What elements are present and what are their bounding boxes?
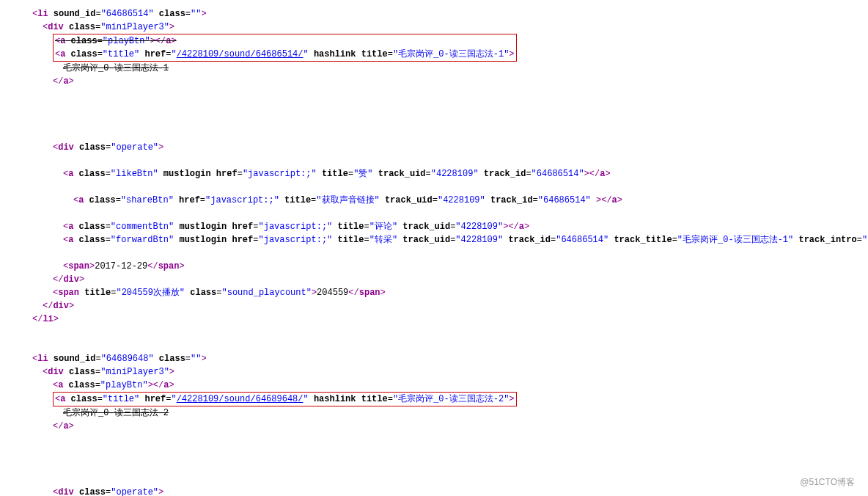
code-line: <span title="204559次播放" class="sound_pla… <box>12 286 856 299</box>
code-line: </a> <box>12 75 856 88</box>
code-line: </div> <box>12 273 856 286</box>
code-line: <a class="playBtn"></a> <a class="title"… <box>12 34 856 62</box>
href-link[interactable]: /4228109/sound/64689648/ <box>177 394 304 404</box>
code-line: <div class="miniPlayer3"> <box>12 21 856 34</box>
code-line: <a class="commentBtn" mustlogin href="ja… <box>12 220 856 233</box>
code-line: </li> <box>12 313 856 326</box>
date-text: 2017-12-29 <box>95 261 147 271</box>
code-line: </div> <box>12 299 856 313</box>
code-line: <a class="shareBtn" href="javascript:;" … <box>12 194 856 207</box>
code-line: <a class="title" href="/4228109/sound/64… <box>12 392 856 406</box>
highlight-box: <a class="title" href="/4228109/sound/64… <box>53 392 517 406</box>
highlight-box: <a class="playBtn"></a> <a class="title"… <box>53 34 517 62</box>
title-text: 毛宗岗评_0-读三国志法-2 <box>63 408 169 418</box>
code-line: <a class="forwardBtn" mustlogin href="ja… <box>12 233 856 247</box>
code-line: 毛宗岗评_0-读三国志法-2 <box>12 406 856 420</box>
code-line: <div class="miniPlayer3"> <box>12 365 856 379</box>
code-line: <div class="operate"> <box>12 141 856 154</box>
watermark: @51CTO博客 <box>800 475 855 489</box>
code-line: <a class="likeBtn" mustlogin href="javas… <box>12 167 856 180</box>
href-link[interactable]: /4228109/sound/64686514/ <box>177 49 304 59</box>
code-line: <li sound_id="64686514" class=""> <box>12 7 856 21</box>
code-line: 毛宗岗评_0-读三国志法-1 <box>12 62 856 75</box>
playcount-text: 204559 <box>317 288 348 298</box>
code-line: </a> <box>12 420 856 433</box>
code-line: <span>2017-12-29</span> <box>12 260 856 273</box>
title-text: 毛宗岗评_0-读三国志法-1 <box>63 63 169 73</box>
sound-id-val: 64686514 <box>106 9 149 19</box>
code-line: <a class="playBtn"></a> <box>12 379 856 392</box>
sound-id-val: 64689648 <box>106 354 149 364</box>
code-line: <div class="operate"> <box>12 486 856 496</box>
code-line: <li sound_id="64689648" class=""> <box>12 352 856 365</box>
